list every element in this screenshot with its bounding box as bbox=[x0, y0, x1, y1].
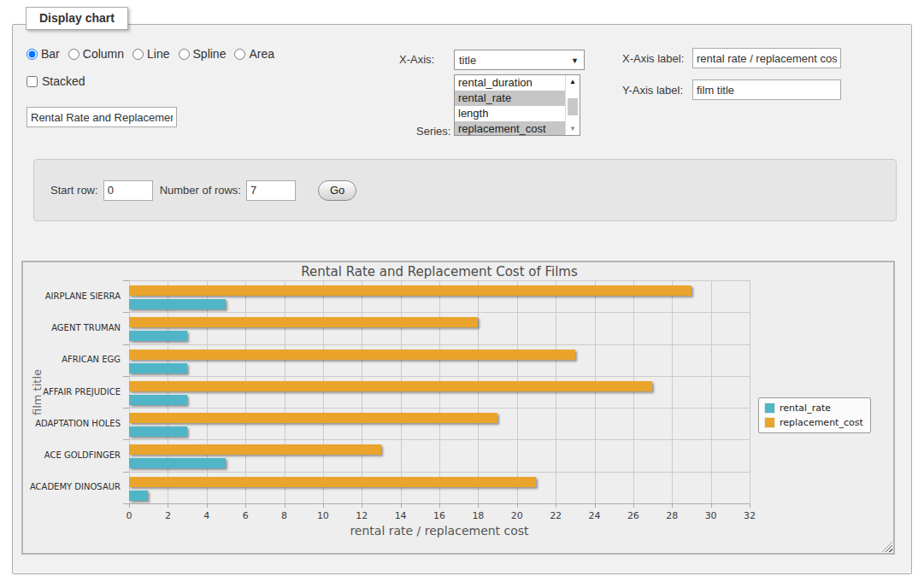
gridline bbox=[323, 280, 324, 503]
series-scrollbar[interactable]: ▲ ▼ bbox=[565, 75, 580, 135]
bar-rental_rate-2[interactable] bbox=[129, 363, 187, 373]
gridline bbox=[439, 280, 440, 503]
legend-item-rental_rate[interactable]: rental_rate bbox=[764, 403, 863, 414]
x-axis-label-input[interactable] bbox=[692, 48, 841, 68]
radio-label: Column bbox=[83, 47, 124, 61]
gridline bbox=[129, 312, 750, 313]
radio-label: Area bbox=[249, 47, 274, 61]
bar-replacement_cost-6[interactable] bbox=[129, 477, 536, 487]
bar-replacement_cost-3[interactable] bbox=[129, 381, 652, 391]
x-axis-tick-label: 6 bbox=[243, 510, 249, 521]
y-axis-label-input[interactable] bbox=[692, 79, 841, 100]
legend-item-replacement_cost[interactable]: replacement_cost bbox=[764, 417, 863, 428]
x-axis-tick-label: 14 bbox=[395, 510, 407, 521]
scroll-down-icon[interactable]: ▼ bbox=[567, 122, 579, 135]
bar-rental_rate-1[interactable] bbox=[129, 331, 187, 341]
series-option-rental_rate[interactable]: rental_rate bbox=[455, 91, 565, 106]
x-axis-tick bbox=[750, 503, 750, 508]
stacked-option[interactable]: Stacked bbox=[26, 74, 85, 88]
chart-type-bar[interactable]: Bar bbox=[26, 47, 60, 61]
go-button[interactable]: Go bbox=[318, 180, 356, 201]
gridline bbox=[207, 280, 208, 503]
series-option-replacement_cost[interactable]: replacement_cost bbox=[455, 121, 565, 136]
radio-area[interactable] bbox=[234, 49, 245, 60]
x-axis-tick-label: 2 bbox=[165, 510, 171, 521]
bar-replacement_cost-2[interactable] bbox=[129, 350, 575, 360]
gridline bbox=[129, 472, 750, 473]
radio-label: Spline bbox=[193, 47, 227, 61]
gridline bbox=[672, 280, 673, 503]
y-axis-tick bbox=[123, 472, 129, 473]
radio-bar[interactable] bbox=[26, 49, 38, 60]
y-axis-tick bbox=[123, 376, 129, 377]
chart-type-line[interactable]: Line bbox=[132, 47, 169, 61]
series-listbox[interactable]: rental_durationrental_ratelengthreplacem… bbox=[454, 74, 580, 136]
bar-rental_rate-4[interactable] bbox=[129, 426, 187, 437]
bar-rental_rate-0[interactable] bbox=[129, 299, 226, 309]
gridline bbox=[517, 280, 518, 503]
chart-type-area[interactable]: Area bbox=[234, 47, 274, 61]
scrollbar-thumb[interactable] bbox=[568, 98, 578, 115]
chart: Rental Rate and Replacement Cost of Film… bbox=[23, 262, 893, 553]
legend-label: replacement_cost bbox=[780, 417, 863, 428]
x-axis-tick-label: 10 bbox=[317, 510, 329, 521]
gridline bbox=[129, 280, 750, 281]
x-axis-selected-value: title bbox=[459, 54, 476, 67]
series-list-items: rental_durationrental_ratelengthreplacem… bbox=[455, 75, 565, 135]
x-axis-select[interactable]: title ▼ bbox=[454, 50, 585, 70]
category-label: AGENT TRUMAN bbox=[23, 323, 121, 332]
bar-rental_rate-6[interactable] bbox=[129, 491, 148, 501]
gridline bbox=[401, 280, 402, 503]
num-rows-label: Number of rows: bbox=[160, 184, 241, 197]
gridline bbox=[129, 439, 750, 440]
bar-replacement_cost-1[interactable] bbox=[129, 317, 478, 327]
x-axis-tick-label: 24 bbox=[589, 510, 601, 521]
resize-grip-icon[interactable] bbox=[882, 542, 892, 552]
gridline bbox=[285, 280, 285, 503]
radio-label: Bar bbox=[41, 47, 60, 61]
gridline bbox=[168, 280, 168, 503]
chart-type-column[interactable]: Column bbox=[68, 47, 124, 61]
radio-line[interactable] bbox=[132, 49, 144, 60]
gridline bbox=[478, 280, 479, 503]
series-select-label: Series: bbox=[416, 125, 450, 138]
start-row-label: Start row: bbox=[50, 184, 98, 197]
gridline bbox=[129, 376, 750, 377]
gridline bbox=[245, 280, 246, 503]
bar-rental_rate-5[interactable] bbox=[129, 458, 226, 468]
x-axis-tick-label: 20 bbox=[511, 510, 523, 521]
series-option-length[interactable]: length bbox=[455, 106, 565, 121]
x-axis-line bbox=[129, 503, 750, 504]
gridline bbox=[556, 280, 556, 503]
y-axis-tick bbox=[123, 280, 129, 281]
category-label: AFFAIR PREJUDICE bbox=[23, 387, 121, 397]
category-label: ACADEMY DINOSAUR bbox=[23, 482, 121, 491]
x-axis-title: rental rate / replacement cost bbox=[129, 524, 750, 538]
chart-type-spline[interactable]: Spline bbox=[179, 47, 227, 61]
chevron-down-icon: ▼ bbox=[571, 56, 579, 65]
bar-rental_rate-3[interactable] bbox=[129, 395, 187, 405]
category-label: ACE GOLDFINGER bbox=[23, 450, 121, 460]
legend-swatch-replacement_cost bbox=[764, 417, 775, 428]
display-chart-panel: Display chart BarColumnLineSplineArea St… bbox=[12, 24, 912, 574]
bar-replacement_cost-4[interactable] bbox=[129, 413, 497, 423]
bar-replacement_cost-5[interactable] bbox=[129, 444, 381, 455]
x-axis-tick-label: 26 bbox=[627, 510, 639, 521]
bar-replacement_cost-0[interactable] bbox=[129, 285, 692, 296]
gridline bbox=[595, 280, 596, 503]
start-row-input[interactable] bbox=[103, 180, 153, 201]
radio-column[interactable] bbox=[68, 49, 79, 60]
stacked-checkbox[interactable] bbox=[26, 76, 38, 87]
stacked-label: Stacked bbox=[42, 74, 85, 88]
radio-spline[interactable] bbox=[179, 49, 190, 60]
x-axis-tick-label: 8 bbox=[281, 510, 287, 521]
scroll-up-icon[interactable]: ▲ bbox=[567, 75, 579, 88]
x-axis-tick-label: 28 bbox=[666, 510, 678, 521]
series-option-rental_duration[interactable]: rental_duration bbox=[455, 75, 565, 91]
gridline bbox=[750, 280, 750, 503]
num-rows-input[interactable] bbox=[246, 180, 296, 201]
chart-title-input[interactable] bbox=[26, 107, 177, 127]
y-axis-tick bbox=[123, 312, 129, 313]
chart-type-options: BarColumnLineSplineArea bbox=[26, 47, 283, 61]
panel-legend: Display chart bbox=[26, 7, 128, 30]
